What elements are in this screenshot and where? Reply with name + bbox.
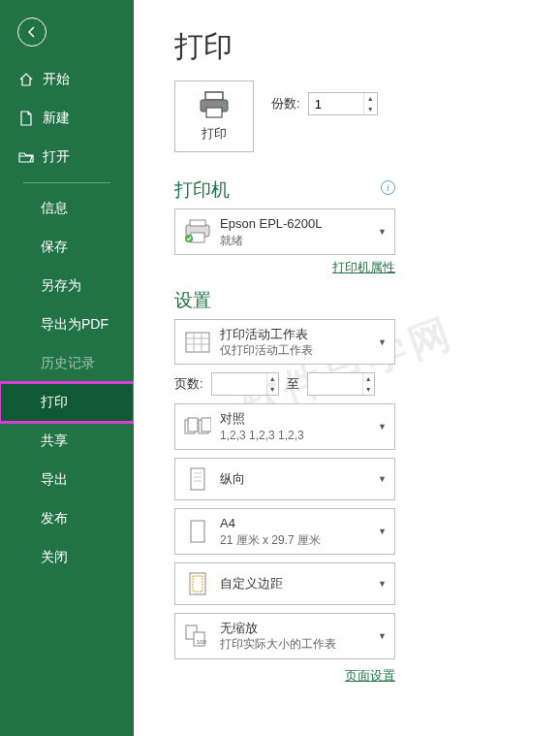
nav-label: 导出 — [41, 471, 68, 489]
svg-rect-6 — [191, 233, 204, 242]
print-button-label: 打印 — [202, 125, 227, 143]
nav-home[interactable]: 开始 — [0, 60, 134, 99]
nav-save[interactable]: 保存 — [0, 228, 134, 267]
main-content: 软件自学网 打印 打印 份数: ▲ ▼ 打印机 i — [134, 0, 560, 736]
collate-selector[interactable]: 对照 1,2,3 1,2,3 1,2,3 ▼ — [174, 403, 395, 450]
chevron-down-icon: ▼ — [378, 337, 387, 347]
scaling-title: 无缩放 — [220, 620, 374, 637]
pages-to-input[interactable] — [308, 373, 362, 395]
copies-input[interactable] — [309, 93, 363, 114]
margins-selector[interactable]: 自定义边距 ▼ — [174, 562, 395, 605]
settings-column: 打印机 i Epson EPL-6200L 就绪 ▼ 打印机属性 设置 打印活动… — [174, 166, 395, 685]
scale-icon: 100 — [183, 622, 212, 651]
page-title: 打印 — [174, 27, 539, 67]
printer-icon — [198, 90, 231, 119]
copies-label: 份数: — [271, 95, 300, 112]
print-what-selector[interactable]: 打印活动工作表 仅打印活动工作表 ▼ — [174, 319, 395, 366]
copies-row: 份数: ▲ ▼ — [271, 92, 378, 115]
backstage-sidebar: 开始 新建 打开 信息 保存 另存为 导出为PDF 历史记录 打印 共享 导出 … — [0, 0, 134, 736]
printer-properties-link[interactable]: 打印机属性 — [174, 259, 395, 276]
chevron-down-icon: ▼ — [378, 631, 387, 641]
nav-label: 信息 — [41, 200, 68, 217]
settings-controls: 打印活动工作表 仅打印活动工作表 ▼ 页数: ▲▼ 至 ▲▼ — [174, 319, 395, 685]
spin-down[interactable]: ▼ — [364, 104, 377, 114]
paper-title: A4 — [220, 515, 374, 532]
open-folder-icon — [17, 148, 35, 166]
nav-exportpdf[interactable]: 导出为PDF — [0, 305, 134, 344]
paper-sub: 21 厘米 x 29.7 厘米 — [220, 532, 374, 548]
scaling-selector[interactable]: 100 无缩放 打印实际大小的工作表 ▼ — [174, 613, 395, 659]
nav-label: 历史记录 — [41, 355, 95, 372]
scaling-sub: 打印实际大小的工作表 — [220, 636, 374, 652]
chevron-down-icon: ▼ — [378, 422, 387, 432]
margins-title: 自定义边距 — [220, 575, 374, 592]
margins-icon — [183, 569, 212, 598]
page-setup-link[interactable]: 页面设置 — [174, 667, 395, 685]
spin-up[interactable]: ▲ — [364, 93, 377, 104]
nav-label: 保存 — [41, 239, 68, 256]
svg-rect-0 — [205, 92, 223, 100]
sidebar-divider — [23, 182, 110, 183]
printer-section-title: 打印机 — [174, 177, 230, 203]
arrow-left-icon — [24, 24, 40, 40]
nav-saveas[interactable]: 另存为 — [0, 267, 134, 305]
nav-open[interactable]: 打开 — [0, 138, 134, 176]
pages-row: 页数: ▲▼ 至 ▲▼ — [174, 372, 395, 396]
spin-down[interactable]: ▼ — [363, 384, 374, 395]
svg-rect-8 — [186, 333, 209, 352]
chevron-down-icon: ▼ — [378, 579, 387, 589]
spin-up[interactable]: ▲ — [363, 373, 374, 384]
nav-label: 共享 — [41, 432, 68, 450]
svg-text:100: 100 — [197, 639, 207, 645]
back-button[interactable] — [17, 17, 47, 47]
nav-publish[interactable]: 发布 — [0, 499, 134, 538]
nav-label: 关闭 — [41, 549, 68, 566]
nav-share[interactable]: 共享 — [0, 422, 134, 461]
pages-to-spinner[interactable]: ▲▼ — [307, 372, 375, 396]
orientation-title: 纵向 — [220, 470, 374, 488]
nav-label: 开始 — [43, 71, 70, 88]
printer-text: Epson EPL-6200L 就绪 — [220, 215, 374, 248]
chevron-down-icon: ▼ — [378, 474, 387, 484]
svg-rect-13 — [191, 468, 204, 490]
new-doc-icon — [17, 110, 35, 127]
nav-label: 发布 — [41, 510, 68, 528]
nav-export[interactable]: 导出 — [0, 461, 134, 499]
pages-from-input[interactable] — [212, 373, 266, 395]
home-icon — [17, 71, 35, 88]
svg-rect-14 — [191, 521, 204, 542]
nav-label: 另存为 — [41, 277, 81, 295]
print-action-row: 打印 份数: ▲ ▼ — [174, 80, 539, 152]
nav-info[interactable]: 信息 — [0, 189, 134, 228]
portrait-icon — [183, 464, 212, 494]
paper-icon — [183, 517, 212, 546]
print-button[interactable]: 打印 — [174, 80, 254, 152]
spin-up[interactable]: ▲ — [267, 373, 278, 384]
spin-down[interactable]: ▼ — [267, 384, 278, 395]
nav-print[interactable]: 打印 — [0, 383, 134, 422]
printer-device-icon — [183, 217, 212, 246]
nav-label: 新建 — [43, 110, 70, 127]
collate-icon — [183, 412, 212, 441]
chevron-down-icon: ▼ — [378, 527, 387, 536]
nav-close[interactable]: 关闭 — [0, 538, 134, 577]
collate-sub: 1,2,3 1,2,3 1,2,3 — [220, 428, 374, 443]
printer-selector[interactable]: Epson EPL-6200L 就绪 ▼ — [174, 208, 395, 255]
svg-rect-5 — [190, 220, 205, 226]
paper-selector[interactable]: A4 21 厘米 x 29.7 厘米 ▼ — [174, 508, 395, 555]
svg-rect-12 — [202, 418, 211, 432]
chevron-down-icon: ▼ — [378, 227, 387, 237]
pages-from-spinner[interactable]: ▲▼ — [211, 372, 279, 396]
nav-new[interactable]: 新建 — [0, 99, 134, 138]
orientation-selector[interactable]: 纵向 ▼ — [174, 458, 395, 500]
nav-label: 打开 — [43, 148, 70, 166]
svg-point-3 — [223, 103, 226, 106]
print-what-sub: 仅打印活动工作表 — [220, 342, 374, 358]
copies-spinner[interactable]: ▲ ▼ — [308, 92, 378, 115]
spinner-buttons: ▲ ▼ — [363, 93, 377, 114]
nav-label: 导出为PDF — [41, 316, 109, 334]
settings-section-title: 设置 — [174, 288, 395, 313]
collate-title: 对照 — [220, 410, 374, 428]
info-icon[interactable]: i — [381, 180, 395, 195]
printer-name: Epson EPL-6200L — [220, 215, 374, 233]
